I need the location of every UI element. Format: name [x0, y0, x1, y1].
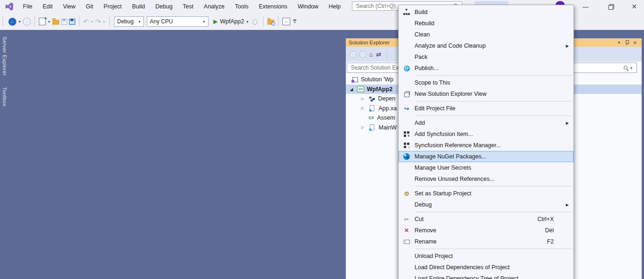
menu-item-load-entire-dependency-tree[interactable]: Load Entire Dependency Tree of Project: [399, 273, 573, 279]
menu-item-load-direct-dependencies[interactable]: Load Direct Dependencies of Project: [399, 262, 573, 273]
csharp-project-icon: C#: [357, 86, 364, 92]
tree-item-label: Depen: [378, 95, 395, 102]
save-all-button[interactable]: [69, 19, 75, 25]
open-folder-icon: [52, 20, 59, 25]
menu-item-debug[interactable]: Debug ▶: [399, 199, 573, 210]
menu-item-new-solution-explorer-view[interactable]: New Solution Explorer View: [399, 88, 573, 100]
new-project-dropdown[interactable]: ▾: [48, 20, 50, 24]
se-back-button[interactable]: ‹: [350, 51, 357, 58]
find-in-files-button[interactable]: [267, 18, 274, 25]
expander-collapsed-icon[interactable]: ▷: [360, 125, 365, 129]
menu-git[interactable]: Git: [81, 0, 99, 13]
menu-item-cut[interactable]: ✂ Cut Ctrl+X: [399, 214, 573, 225]
solution-configuration-dropdown[interactable]: Debug ▾: [114, 16, 144, 27]
navigate-backward-dropdown[interactable]: ▾: [19, 20, 21, 24]
open-file-button[interactable]: [52, 18, 59, 25]
redo-icon: ↷: [95, 18, 101, 25]
expander-collapsed-icon[interactable]: ▷: [360, 97, 365, 101]
menu-item-remove[interactable]: ✕ Remove Del: [399, 225, 573, 236]
new-project-button[interactable]: [39, 18, 46, 25]
toolbar-separator: [386, 50, 387, 58]
menu-item-unload-project[interactable]: Unload Project: [399, 250, 573, 262]
menu-project[interactable]: Project: [99, 0, 127, 13]
maximize-button[interactable]: [604, 0, 618, 13]
pin-button[interactable]: [623, 39, 631, 46]
solution-platform-dropdown[interactable]: Any CPU ▾: [147, 16, 208, 27]
menu-item-rebuild[interactable]: Rebuild: [399, 18, 573, 29]
menu-analyze[interactable]: Analyze: [199, 0, 229, 13]
menu-item-rename[interactable]: Rename F2: [399, 236, 573, 247]
menu-bar: File Edit View Git Project Build Debug T…: [18, 0, 346, 13]
menu-item-build[interactable]: Build: [399, 7, 573, 18]
se-forward-button[interactable]: ›: [359, 51, 366, 58]
menu-item-pack[interactable]: Pack: [399, 51, 573, 63]
minimize-button[interactable]: —: [579, 0, 593, 13]
menu-item-clean[interactable]: Clean: [399, 29, 573, 40]
submenu-arrow-icon: ▶: [566, 44, 569, 48]
undo-button[interactable]: ↶: [83, 18, 89, 25]
solution-configuration-value: Debug: [117, 18, 134, 25]
play-icon: ▶: [214, 18, 218, 25]
tree-item-label: Solution 'Wp: [361, 76, 394, 83]
chevron-down-icon: ▾: [139, 20, 141, 24]
toolbar-overflow-button[interactable]: ▾: [293, 20, 296, 23]
cut-icon: ✂: [404, 216, 409, 222]
tree-item-label: MainW: [379, 124, 397, 131]
menu-item-syncfusion-reference-manager[interactable]: Syncfusion Reference Manager...: [399, 140, 573, 151]
menu-view[interactable]: View: [58, 0, 81, 13]
sidebar-tab-toolbox[interactable]: Toolbox: [2, 87, 7, 107]
close-button[interactable]: ✕: [627, 0, 641, 13]
menu-item-analyze-and-code-cleanup[interactable]: Analyze and Code Cleanup ▶: [399, 40, 573, 51]
nuget-icon: [403, 153, 410, 160]
menu-separator: [415, 75, 572, 76]
menu-item-scope-to-this[interactable]: Scope to This: [399, 77, 573, 88]
menu-separator: [415, 115, 572, 116]
menu-file[interactable]: File: [18, 0, 37, 13]
undo-dropdown[interactable]: ▾: [91, 20, 93, 24]
publish-globe-icon: [404, 65, 410, 72]
menu-help[interactable]: Help: [323, 0, 346, 13]
expander-collapsed-icon[interactable]: ▷: [360, 106, 365, 110]
menu-extensions[interactable]: Extensions: [254, 0, 293, 13]
syncfusion-reference-icon: [404, 143, 409, 148]
start-debugging-dropdown[interactable]: ▾: [246, 20, 248, 24]
panel-close-button[interactable]: ✕: [631, 39, 639, 46]
menu-separator: [415, 249, 572, 249]
shortcut-label: Del: [545, 227, 554, 234]
menu-tools[interactable]: Tools: [230, 0, 254, 13]
menu-test[interactable]: Test: [178, 0, 199, 13]
sync-with-active-document-icon[interactable]: ⇄: [376, 51, 381, 57]
expander-expanded-icon[interactable]: ◢: [349, 87, 354, 92]
forward-arrow-icon: →: [23, 18, 31, 26]
save-all-icon: [69, 19, 75, 25]
start-debugging-button[interactable]: ▶ WpfApp2: [214, 18, 244, 25]
menu-item-remove-unused-references[interactable]: Remove Unused References...: [399, 173, 573, 185]
view-designer-button[interactable]: ⌂: [282, 18, 290, 25]
menu-item-set-as-startup-project[interactable]: ⚙ Set as Startup Project: [399, 188, 573, 199]
syncfusion-add-icon: [404, 131, 409, 137]
menu-item-add[interactable]: Add ▶: [399, 117, 573, 129]
sidebar-tab-server-explorer[interactable]: Server Explorer: [2, 36, 7, 76]
menu-item-publish[interactable]: Publish...: [399, 63, 573, 74]
menu-edit[interactable]: Edit: [37, 0, 58, 13]
menu-item-add-syncfusion-item[interactable]: Add Syncfusion Item...: [399, 129, 573, 140]
save-button[interactable]: [61, 19, 67, 25]
menu-debug[interactable]: Debug: [150, 0, 178, 13]
hot-reload-icon[interactable]: [251, 18, 259, 25]
window-position-dropdown[interactable]: ▾: [615, 39, 623, 46]
xaml-file-icon: [370, 105, 374, 111]
menu-item-manage-nuget-packages[interactable]: Manage NuGet Packages...: [399, 151, 573, 162]
tree-item-label: App.xa: [379, 105, 397, 112]
toolbar-grip[interactable]: [2, 17, 5, 26]
redo-dropdown[interactable]: ▾: [103, 20, 105, 24]
menu-build[interactable]: Build: [127, 0, 150, 13]
navigate-backward-button[interactable]: ←: [8, 18, 16, 26]
home-icon[interactable]: ⌂: [369, 51, 373, 57]
tree-item-label: WpfApp2: [367, 86, 393, 93]
menu-item-manage-user-secrets[interactable]: Manage User Secrets: [399, 162, 573, 173]
menu-window[interactable]: Window: [293, 0, 323, 13]
menu-item-edit-project-file[interactable]: ↪ Edit Project File: [399, 103, 573, 114]
redo-button[interactable]: ↷: [95, 18, 101, 25]
search-options-dropdown[interactable]: ▾: [630, 66, 632, 70]
navigate-forward-button[interactable]: →: [23, 18, 31, 26]
